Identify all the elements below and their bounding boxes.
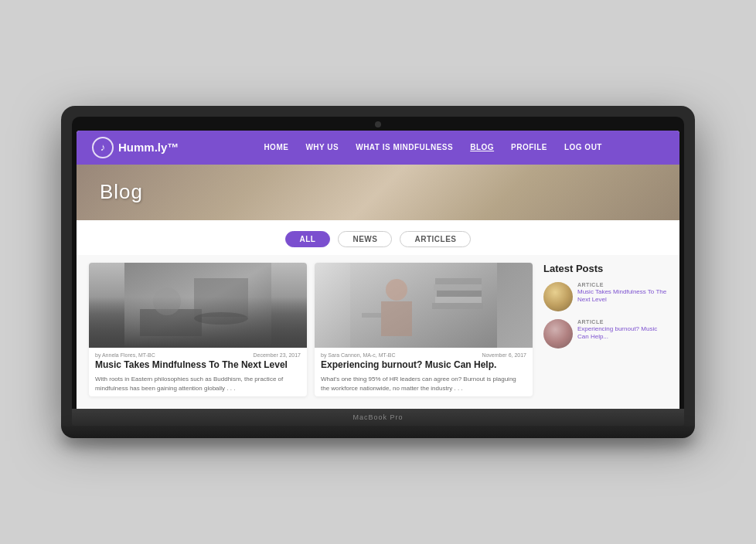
- nav-item-whyus[interactable]: WHY US: [305, 143, 339, 151]
- laptop-bottom: [61, 426, 695, 438]
- hero-banner: Blog: [77, 165, 679, 220]
- svg-rect-9: [435, 297, 482, 303]
- svg-rect-8: [437, 291, 482, 297]
- post-image-1: [89, 263, 307, 348]
- hero-background: [77, 165, 679, 220]
- laptop-wrapper: ♪ Humm.ly™ HOME WHY US WHAT IS MINDFULNE…: [61, 106, 695, 439]
- nav-item-blog[interactable]: BLOG: [470, 143, 494, 151]
- svg-rect-0: [124, 263, 271, 348]
- svg-point-2: [153, 287, 181, 315]
- post-author-1: by Annela Flores, MT-BC December 23, 201…: [95, 352, 301, 358]
- sidebar-post-2[interactable]: ARTICLE Experiencing burnout? Music Can …: [543, 319, 667, 348]
- post-author-2: by Sara Cannon, MA-c, MT-BC November 6, …: [321, 352, 526, 358]
- svg-rect-7: [434, 284, 482, 291]
- sidebar-post-title-2: Experiencing burnout? Music Can Help...: [577, 325, 667, 342]
- sidebar-post-label-1: ARTICLE: [577, 282, 667, 287]
- sidebar-post-info-1: ARTICLE Music Takes Mindfulness To The N…: [577, 282, 667, 304]
- sidebar-post-1[interactable]: ARTICLE Music Takes Mindfulness To The N…: [543, 282, 667, 311]
- post-meta-1: by Annela Flores, MT-BC December 23, 201…: [89, 348, 307, 397]
- svg-rect-5: [350, 263, 497, 348]
- posts-grid: by Annela Flores, MT-BC December 23, 201…: [89, 263, 533, 397]
- filter-articles[interactable]: ARTICLES: [400, 231, 471, 247]
- nav-item-profile[interactable]: PROFILE: [511, 143, 547, 151]
- filter-all[interactable]: ALL: [285, 231, 331, 247]
- svg-point-11: [386, 279, 407, 301]
- post-card-2[interactable]: by Sara Cannon, MA-c, MT-BC November 6, …: [315, 263, 533, 397]
- svg-point-4: [194, 312, 248, 325]
- sidebar-post-title-1: Music Takes Mindfulness To The Next Leve…: [577, 288, 667, 304]
- svg-rect-13: [362, 313, 381, 318]
- nav-item-logout[interactable]: LOG OUT: [564, 143, 602, 151]
- screen: ♪ Humm.ly™ HOME WHY US WHAT IS MINDFULNE…: [77, 131, 679, 410]
- svg-rect-12: [381, 301, 412, 336]
- post-card-1[interactable]: by Annela Flores, MT-BC December 23, 201…: [89, 263, 307, 397]
- post-title-2: Experiencing burnout? Music Can Help.: [321, 359, 526, 372]
- post-excerpt-2: What's one thing 95% of HR leaders can a…: [321, 375, 526, 393]
- svg-rect-1: [140, 309, 202, 336]
- sidebar-thumb-1: [543, 282, 573, 311]
- filter-news[interactable]: NEWS: [338, 231, 392, 247]
- content-area: by Annela Flores, MT-BC December 23, 201…: [77, 255, 679, 410]
- svg-rect-3: [194, 278, 248, 317]
- nav-logo[interactable]: ♪ Humm.ly™: [92, 137, 179, 158]
- svg-rect-6: [435, 278, 482, 284]
- logo-text: Humm.ly™: [118, 141, 179, 154]
- nav-item-mindfulness[interactable]: WHAT IS MINDFULNESS: [356, 143, 453, 151]
- nav-items: HOME WHY US WHAT IS MINDFULNESS BLOG PRO…: [202, 143, 664, 151]
- post-excerpt-1: With roots in Eastern philosophies such …: [95, 375, 301, 393]
- sidebar-post-label-2: ARTICLE: [577, 319, 667, 325]
- hero-title: Blog: [100, 180, 143, 204]
- navbar: ♪ Humm.ly™ HOME WHY US WHAT IS MINDFULNE…: [77, 131, 679, 165]
- logo-icon: ♪: [92, 137, 114, 158]
- sidebar-title: Latest Posts: [543, 263, 667, 274]
- post-title-1: Music Takes Mindfulness To The Next Leve…: [95, 359, 301, 372]
- sidebar: Latest Posts ARTICLE Music Takes Mindful…: [543, 263, 667, 397]
- svg-rect-10: [432, 303, 483, 309]
- sidebar-post-info-2: ARTICLE Experiencing burnout? Music Can …: [577, 319, 667, 342]
- post-meta-2: by Sara Cannon, MA-c, MT-BC November 6, …: [315, 348, 533, 397]
- nav-item-home[interactable]: HOME: [264, 143, 288, 151]
- screen-bezel: ♪ Humm.ly™ HOME WHY US WHAT IS MINDFULNE…: [72, 117, 684, 410]
- sidebar-thumb-2: [543, 319, 573, 348]
- filter-bar: ALL NEWS ARTICLES: [77, 220, 679, 255]
- post-image-2: [315, 263, 533, 348]
- laptop-body: ♪ Humm.ly™ HOME WHY US WHAT IS MINDFULNE…: [61, 106, 695, 427]
- laptop-base: [72, 409, 684, 426]
